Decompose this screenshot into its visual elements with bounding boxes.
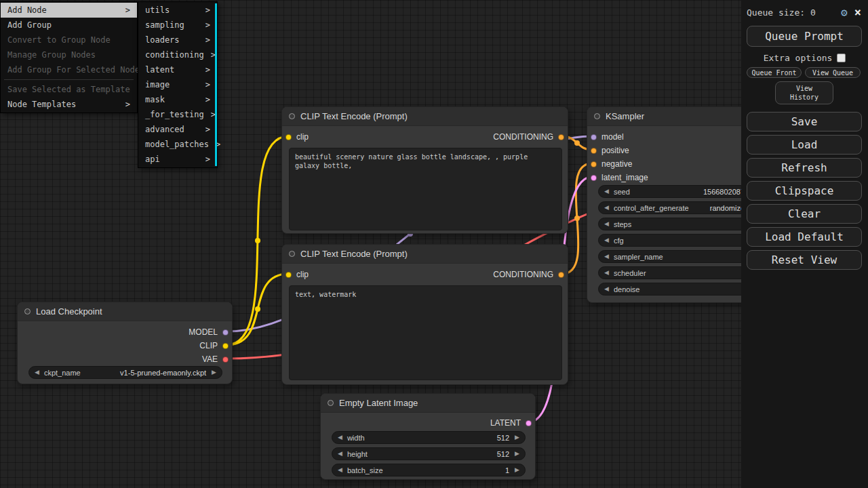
- output-dot-vae[interactable]: [222, 357, 229, 363]
- output-dot-clip[interactable]: [222, 343, 229, 349]
- widget-label: height: [347, 450, 368, 458]
- clipspace-button[interactable]: Clipspace: [747, 181, 862, 201]
- widget-decrement-icon[interactable]: ◀: [338, 451, 342, 457]
- prompt-textarea[interactable]: beautiful scenery nature glass bottle la…: [289, 148, 562, 230]
- node-collapse-dot-icon[interactable]: [289, 251, 295, 257]
- widget-increment-icon[interactable]: ▶: [212, 369, 216, 375]
- view-queue-button[interactable]: View Queue: [805, 67, 861, 78]
- submenu-item-image[interactable]: image >: [138, 77, 217, 92]
- node-clip-text-encode-negative[interactable]: CLIP Text Encode (Prompt) clip CONDITION…: [281, 244, 568, 385]
- node-collapse-dot-icon[interactable]: [24, 308, 31, 314]
- widget-decrement-icon[interactable]: ◀: [604, 237, 609, 243]
- queue-prompt-button[interactable]: Queue Prompt: [747, 26, 862, 47]
- output-slot-model[interactable]: MODEL: [189, 326, 229, 338]
- extra-options-checkbox[interactable]: [837, 54, 846, 62]
- submenu-item-sampling[interactable]: sampling >: [138, 18, 217, 33]
- output-dot-conditioning[interactable]: [558, 134, 564, 140]
- widget-increment-icon[interactable]: ▶: [515, 434, 519, 441]
- input-dot-latent[interactable]: [591, 175, 597, 181]
- input-slot-negative[interactable]: negative: [591, 158, 632, 170]
- load-default-button[interactable]: Load Default: [747, 227, 862, 247]
- output-slot-latent[interactable]: LATENT: [490, 417, 532, 429]
- load-button[interactable]: Load: [747, 135, 862, 155]
- node-collapse-dot-icon[interactable]: [328, 400, 334, 406]
- settings-gear-icon[interactable]: ⚙: [841, 6, 848, 19]
- input-dot-clip[interactable]: [285, 272, 292, 278]
- output-dot-model[interactable]: [222, 329, 229, 336]
- submenu-item-conditioning[interactable]: conditioning >: [138, 47, 217, 62]
- submenu-arrow-icon: >: [205, 92, 210, 107]
- node-clip-text-encode-positive[interactable]: CLIP Text Encode (Prompt) clip CONDITION…: [281, 106, 568, 234]
- widget-height[interactable]: ◀ height 512 ▶: [332, 447, 526, 460]
- submenu-item-api[interactable]: api >: [138, 152, 217, 167]
- widget-sampler-name[interactable]: ◀ sampler_name ▶: [598, 250, 761, 263]
- input-slot-clip[interactable]: clip: [285, 131, 309, 143]
- widget-denoise[interactable]: ◀ denoise ▶: [598, 283, 761, 296]
- widget-decrement-icon[interactable]: ◀: [604, 221, 609, 227]
- input-slot-latent-image[interactable]: latent_image: [591, 171, 648, 184]
- widget-batch-size[interactable]: ◀ batch_size 1 ▶: [332, 464, 526, 476]
- widget-steps[interactable]: ◀ steps ▶: [598, 218, 761, 230]
- widget-label: sampler_name: [614, 253, 663, 261]
- widget-decrement-icon[interactable]: ◀: [604, 205, 609, 211]
- input-dot-model[interactable]: [591, 134, 597, 140]
- output-slot-conditioning[interactable]: CONDITIONING: [493, 131, 564, 143]
- node-empty-latent-image[interactable]: Empty Latent Image LATENT ◀ width 512 ▶ …: [320, 393, 536, 480]
- output-slot-vae[interactable]: VAE: [202, 353, 229, 365]
- widget-increment-icon[interactable]: ▶: [515, 451, 519, 457]
- submenu-item-utils[interactable]: utils >: [138, 3, 217, 18]
- output-slot-clip[interactable]: CLIP: [199, 340, 229, 352]
- view-history-button[interactable]: View History: [775, 81, 833, 104]
- widget-decrement-icon[interactable]: ◀: [604, 188, 609, 195]
- node-collapse-dot-icon[interactable]: [594, 113, 600, 119]
- node-collapse-dot-icon[interactable]: [289, 113, 295, 119]
- widget-ckpt-name[interactable]: ◀ ckpt_name v1-5-pruned-emaonly.ckpt ▶: [28, 366, 222, 379]
- widget-decrement-icon[interactable]: ◀: [604, 286, 609, 292]
- clear-button[interactable]: Clear: [747, 204, 862, 224]
- reset-view-button[interactable]: Reset View: [747, 250, 862, 270]
- widget-decrement-icon[interactable]: ◀: [338, 434, 342, 441]
- widget-increment-icon[interactable]: ▶: [515, 467, 519, 473]
- refresh-button[interactable]: Refresh: [747, 158, 862, 178]
- sidebar-menu: Queue size: 0 ⚙ × Queue Prompt Extra opt…: [741, 0, 868, 488]
- submenu-item-for-testing[interactable]: _for_testing >: [138, 107, 217, 122]
- widget-seed[interactable]: ◀ seed 1566802087 ▶: [598, 185, 761, 198]
- widget-decrement-icon[interactable]: ◀: [338, 467, 342, 473]
- input-dot-conditioning[interactable]: [591, 148, 597, 154]
- widget-decrement-icon[interactable]: ◀: [604, 270, 609, 276]
- output-dot-latent[interactable]: [526, 420, 532, 426]
- widget-cfg[interactable]: ◀ cfg ▶: [598, 234, 761, 247]
- widget-decrement-icon[interactable]: ◀: [35, 369, 39, 375]
- queue-front-button[interactable]: Queue Front: [747, 67, 802, 78]
- node-title-bar[interactable]: Empty Latent Image: [321, 394, 535, 413]
- submenu-item-advanced[interactable]: advanced >: [138, 122, 217, 137]
- node-load-checkpoint[interactable]: Load Checkpoint MODEL CLIP VAE ◀ ckpt_na…: [17, 302, 233, 384]
- input-dot-clip[interactable]: [285, 134, 292, 140]
- submenu-item-loaders[interactable]: loaders >: [138, 33, 217, 47]
- output-slot-conditioning[interactable]: CONDITIONING: [493, 268, 564, 281]
- submenu-item-model-patches[interactable]: model_patches >: [138, 137, 217, 152]
- input-slot-positive[interactable]: positive: [591, 144, 629, 157]
- widget-decrement-icon[interactable]: ◀: [604, 253, 609, 260]
- slot-label: CLIP: [199, 341, 218, 350]
- submenu-item-latent[interactable]: latent >: [138, 62, 217, 77]
- input-dot-conditioning[interactable]: [591, 161, 597, 167]
- submenu-item-mask[interactable]: mask >: [138, 92, 217, 107]
- close-icon[interactable]: ×: [854, 5, 861, 19]
- menu-item-node-templates[interactable]: Node Templates >: [1, 97, 137, 112]
- input-slot-model[interactable]: model: [591, 131, 624, 143]
- output-dot-conditioning[interactable]: [558, 272, 564, 278]
- node-title-bar[interactable]: CLIP Text Encode (Prompt): [282, 107, 568, 126]
- prompt-textarea[interactable]: text, watermark: [289, 285, 562, 380]
- node-title-bar[interactable]: Load Checkpoint: [18, 302, 232, 321]
- submenu-scrollbar[interactable]: [215, 3, 217, 166]
- widget-control-after-generate[interactable]: ◀ control_after_generate randomize ▶: [598, 201, 761, 214]
- menu-item-add-group[interactable]: Add Group: [1, 18, 137, 33]
- widget-width[interactable]: ◀ width 512 ▶: [332, 431, 526, 444]
- input-slot-clip[interactable]: clip: [285, 268, 309, 281]
- menu-item-add-node[interactable]: Add Node >: [1, 3, 137, 18]
- node-title-bar[interactable]: CLIP Text Encode (Prompt): [282, 245, 568, 264]
- widget-scheduler[interactable]: ◀ scheduler ▶: [598, 266, 761, 279]
- save-button[interactable]: Save: [747, 112, 862, 131]
- menu-item-label: Convert to Group Node: [7, 33, 111, 47]
